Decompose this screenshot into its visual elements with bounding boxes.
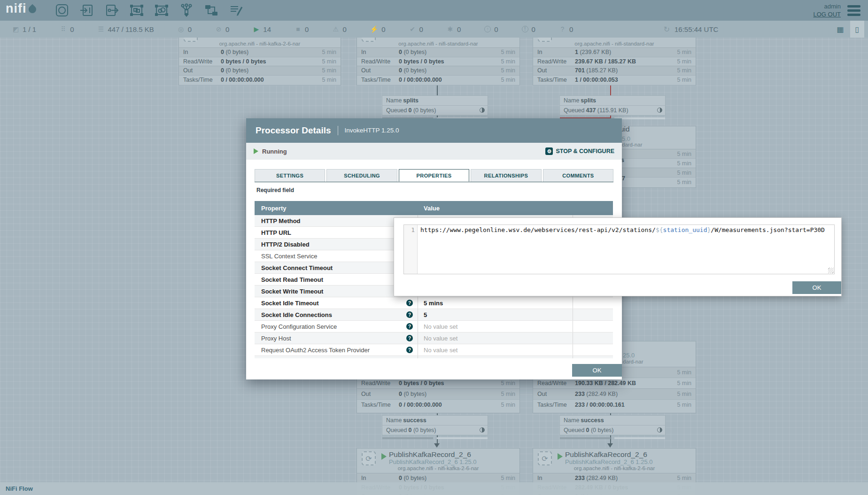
help-icon[interactable]	[406, 323, 413, 330]
status-icon: ◎	[178, 25, 185, 33]
remote-process-group-icon[interactable]	[155, 3, 169, 17]
tab[interactable]: PROPERTIES	[399, 169, 469, 182]
popup-ok-button[interactable]: OK	[792, 281, 841, 294]
stat-row: Out 701 (185.27 KB) 5 min	[533, 66, 696, 75]
stat-row: In 1 (239.67 KB) 5 min	[533, 47, 696, 57]
status-icon: ⠿	[60, 25, 67, 33]
global-menu-icon[interactable]	[847, 5, 860, 18]
editor-value[interactable]: https://www.pegelonline.wsv.de/webservic…	[418, 225, 825, 274]
status-count: 0	[342, 25, 346, 33]
processor-bundle: org.apache.nifi - nifi-standard-nar	[533, 41, 696, 46]
running-icon: ▶ 14	[253, 25, 271, 33]
grid-icon[interactable]: ▦	[833, 21, 847, 38]
processor-type: PublishKafkaRecord_2_6 1.25.0	[565, 458, 652, 465]
stop-and-configure-button[interactable]: ⚙ STOP & CONFIGURE	[545, 147, 614, 155]
help-icon[interactable]	[406, 311, 413, 318]
label-icon[interactable]	[229, 3, 243, 17]
dialog-ok-button[interactable]: OK	[572, 364, 622, 377]
gear-icon: ⚙	[545, 147, 553, 155]
stale-icon: ↑ 0	[484, 25, 498, 33]
status-icon: !	[522, 26, 528, 32]
run-status-label: Running	[262, 148, 287, 155]
running-icon	[254, 148, 258, 154]
property-name: HTTP Method	[261, 217, 301, 224]
property-name: Socket Idle Timeout	[261, 300, 319, 307]
last-refresh[interactable]: ↻ 16:55:44 UTC	[663, 21, 718, 38]
app-header: nifi admin LOG OUT	[0, 0, 868, 21]
property-row[interactable]: Request Username No value set	[255, 356, 613, 358]
connection-label-success-right[interactable]: Namesuccess Queued0 (0 bytes)	[559, 415, 666, 435]
processor-icon[interactable]	[55, 3, 69, 17]
line-number: 1	[411, 226, 415, 233]
connection-label-splits-left[interactable]: Namesplits Queued0 (0 bytes)	[382, 95, 488, 116]
connection-label-splits-right[interactable]: Namesplits Queued437 (115.91 KB)	[559, 95, 666, 116]
property-row[interactable]: Socket Idle Connections 5	[255, 309, 613, 321]
tab[interactable]: COMMENTS	[543, 169, 613, 182]
refresh-icon[interactable]: ↻	[663, 25, 670, 34]
help-icon[interactable]	[406, 300, 413, 306]
stat-row: Tasks/Time 1 / 00:00:00.053 5 min	[533, 75, 696, 85]
logout-link[interactable]: LOG OUT	[813, 10, 841, 18]
status-icon: ⚠	[332, 25, 339, 33]
panel-icon[interactable]: ▯	[850, 21, 864, 38]
resize-handle-icon[interactable]	[828, 268, 834, 273]
status-icon: ↑	[484, 26, 491, 32]
active-threads-icon: ⠿ 0	[60, 25, 74, 33]
stat-row: In 0 (0 bytes) 5 min	[179, 47, 341, 57]
input-port-icon[interactable]	[80, 3, 94, 17]
help-icon[interactable]	[406, 347, 413, 353]
tab[interactable]: RELATIONSHIPS	[471, 169, 541, 182]
property-name: Proxy Configuration Service	[261, 323, 337, 330]
el-variable: station_uuid	[663, 226, 707, 233]
status-icon: ✔	[409, 25, 416, 33]
up-to-date-icon: ✔ 0	[409, 25, 423, 33]
locally-modified-stale-icon: ! 0	[522, 25, 535, 33]
status-bar: ◩ 1 / 1 ⠿ 0 ☰ 447 / 118.5 KB ◎ 0 ⊘ 0	[0, 21, 868, 38]
stat-row: Tasks/Time 0 / 00:00:00.000 5 min	[357, 75, 519, 85]
breadcrumb[interactable]: NiFi Flow	[0, 482, 868, 495]
tab[interactable]: SCHEDULING	[326, 169, 397, 182]
stat-row: Read/Write 0 bytes / 0 bytes 5 min	[179, 57, 341, 66]
expression-editor[interactable]: 1 https://www.pegelonline.wsv.de/webserv…	[403, 224, 835, 274]
status-count: 14	[263, 25, 271, 33]
property-row[interactable]: Request OAuth2 Access Token Provider No …	[255, 344, 613, 356]
template-icon[interactable]	[204, 3, 218, 17]
percent-full-icon	[480, 427, 485, 433]
stat-row: Read/Write 0 bytes / 0 bytes 5 min	[357, 57, 519, 66]
cluster-icon: ◩ 1 / 1	[12, 25, 36, 33]
breadcrumb-root[interactable]: NiFi Flow	[6, 485, 33, 492]
status-count: 0	[305, 25, 309, 33]
status-bar-right: ▦ ▯	[833, 21, 864, 38]
property-row[interactable]: Proxy Configuration Service No value set	[255, 321, 613, 333]
line-number-gutter: 1	[404, 225, 418, 274]
processor-bundle: org.apache.nifi - nifi-kafka-2-6-nar	[179, 41, 341, 46]
connection-label-success-left[interactable]: Namesuccess Queued0 (0 bytes)	[382, 415, 488, 435]
percent-full-icon	[480, 108, 485, 113]
status-icon: ⚡	[370, 25, 378, 33]
value-column-header: Value	[418, 205, 440, 212]
queued-icon: ☰ 447 / 118.5 KB	[98, 25, 154, 33]
property-name: SSL Context Service	[261, 253, 317, 260]
stat-row: Tasks/Time 0 / 00:00:00.000 5 min	[357, 399, 519, 410]
status-icon: ◩	[12, 25, 19, 33]
property-row[interactable]: Proxy Host No value set	[255, 333, 613, 344]
status-count: 0	[569, 25, 573, 33]
status-icon: ☰	[98, 25, 105, 33]
not-transmitting-icon: ⊘ 0	[215, 25, 229, 33]
funnel-icon[interactable]	[179, 3, 194, 17]
tab[interactable]: SETTINGS	[255, 169, 325, 182]
status-count: 0	[457, 25, 461, 33]
property-name: Request Username	[261, 358, 314, 359]
connection-name: success	[581, 417, 604, 424]
properties-table-header: Property Value	[255, 201, 613, 215]
property-value: 5 mins	[424, 300, 443, 307]
process-group-icon[interactable]	[130, 3, 144, 17]
output-port-icon[interactable]	[105, 3, 119, 17]
help-icon[interactable]	[406, 335, 413, 341]
property-column-header: Property	[255, 205, 418, 212]
property-row[interactable]: Socket Idle Timeout 5 mins	[255, 297, 613, 309]
processor-icon: ⟳	[362, 451, 376, 465]
property-value: No value set	[424, 358, 457, 359]
status-count: 0	[532, 25, 535, 33]
connection-name: splits	[403, 97, 418, 104]
